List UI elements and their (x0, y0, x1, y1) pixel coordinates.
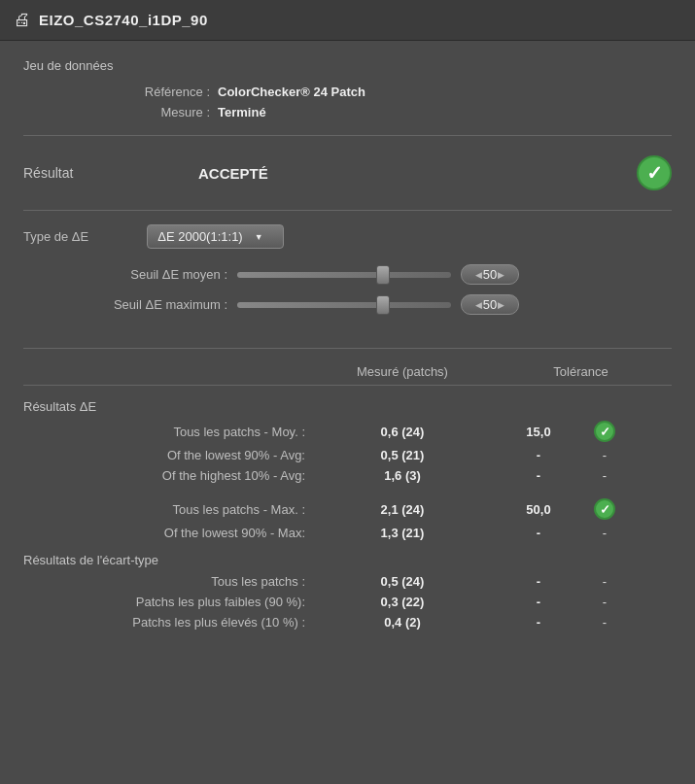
ecart-group-label: Résultats de l'écart-type (23, 543, 672, 571)
delta-e-dropdown-value: ΔE 2000(1:1:1) (157, 229, 242, 244)
jeu-de-donnees-label: Jeu de données (23, 58, 672, 73)
row-measured-2: 1,6 (3) (315, 468, 490, 483)
row-icon-1: - (587, 448, 622, 462)
mean-right-arrow: ▶ (498, 270, 504, 280)
ecart-row-icon-2: - (587, 615, 622, 630)
row-label-4: Of the lowest 90% - Max: (23, 526, 315, 540)
th-tolerance: Tolérance (490, 364, 672, 379)
mean-left-arrow: ◀ (475, 270, 482, 280)
max-slider-label: Seuil ΔE maximum : (23, 297, 237, 312)
table-row: Patchs les plus élevés (10 %) : 0,4 (2) … (23, 612, 672, 632)
ecart-row-label-0: Tous les patchs : (23, 574, 315, 589)
row-icon-3: ✓ (587, 498, 622, 520)
divider-3 (23, 348, 672, 349)
mean-slider-row: Seuil ΔE moyen : ◀ 50 ▶ (23, 264, 672, 285)
ecart-row-label-1: Patchs les plus faibles (90 %): (23, 595, 315, 609)
row-tolerance-0: 15,0 (490, 425, 587, 439)
ecart-row-tolerance-2: - (490, 615, 587, 630)
max-slider-thumb[interactable] (376, 295, 390, 315)
ecart-row-measured-1: 0,3 (22) (315, 595, 490, 609)
max-slider-value: ◀ 50 ▶ (461, 294, 519, 315)
row-tolerance-3: 50,0 (490, 502, 587, 517)
row-measured-4: 1,3 (21) (315, 526, 490, 540)
delta-e-dropdown[interactable]: ΔE 2000(1:1:1) (147, 224, 283, 249)
table-row: Tous les patchs - Moy. : 0,6 (24) 15,0 ✓ (23, 418, 672, 445)
delta-e-label: Type de ΔE (23, 229, 88, 244)
row-measured-0: 0,6 (24) (315, 425, 490, 439)
max-slider-track[interactable] (237, 302, 451, 308)
mean-slider-track[interactable] (237, 272, 451, 278)
mean-slider-thumb[interactable] (376, 265, 390, 285)
ecart-row-tolerance-1: - (490, 595, 587, 609)
mesure-label: Mesure : (23, 105, 218, 119)
row-tolerance-2: - (490, 468, 587, 483)
reference-label: Référence : (23, 85, 218, 99)
results-table: Mesuré (patchs) Tolérance Résultats ΔE T… (23, 364, 672, 632)
divider-1 (23, 135, 672, 136)
ecart-row-tolerance-0: - (490, 574, 587, 589)
row-tolerance-4: - (490, 526, 587, 540)
check-icon-0: ✓ (594, 421, 615, 442)
table-header: Mesuré (patchs) Tolérance (23, 364, 672, 386)
row-label-2: Of the highest 10% - Avg: (23, 468, 315, 483)
jeu-de-donnees-section: Jeu de données Référence : ColorChecker®… (23, 58, 672, 119)
row-tolerance-1: - (490, 448, 587, 462)
table-row: Of the highest 10% - Avg: 1,6 (3) - - (23, 465, 672, 486)
table-row: Tous les patchs - Max. : 2,1 (24) 50,0 ✓ (23, 495, 672, 523)
result-value: ACCEPTÉ (179, 165, 637, 182)
mean-slider-value: ◀ 50 ▶ (461, 264, 519, 285)
window-icon: 🖨 (14, 10, 31, 30)
row-spacer-1 (23, 486, 672, 495)
table-row: Of the lowest 90% - Max: 1,3 (21) - - (23, 523, 672, 543)
window-title: EIZO_CS2740_i1DP_90 (39, 12, 208, 28)
ecart-row-icon-0: - (587, 574, 622, 589)
mean-value-text: 50 (483, 267, 497, 282)
row-label-1: Of the lowest 90% - Avg: (23, 448, 315, 462)
row-measured-1: 0,5 (21) (315, 448, 490, 462)
ecart-row-measured-2: 0,4 (2) (315, 615, 490, 630)
max-value-text: 50 (483, 297, 497, 312)
delta-e-row: Type de ΔE ΔE 2000(1:1:1) (23, 224, 672, 249)
table-row: Patchs les plus faibles (90 %): 0,3 (22)… (23, 592, 672, 612)
ecart-row-icon-1: - (587, 595, 622, 609)
divider-2 (23, 210, 672, 211)
reference-value: ColorChecker® 24 Patch (218, 85, 365, 99)
table-row: Tous les patchs : 0,5 (24) - - (23, 571, 672, 592)
row-icon-2: - (587, 468, 622, 483)
result-label: Résultat (23, 165, 179, 181)
mesure-value: Terminé (218, 105, 266, 119)
result-row: Résultat ACCEPTÉ ✓ (23, 150, 672, 196)
reference-row: Référence : ColorChecker® 24 Patch (23, 85, 672, 99)
row-label-0: Tous les patchs - Moy. : (23, 425, 315, 439)
content-area: Jeu de données Référence : ColorChecker®… (0, 41, 695, 650)
ecart-row-label-2: Patchs les plus élevés (10 %) : (23, 615, 315, 630)
title-bar: 🖨 EIZO_CS2740_i1DP_90 (0, 0, 695, 41)
mean-slider-label: Seuil ΔE moyen : (23, 267, 237, 282)
row-label-3: Tous les patchs - Max. : (23, 502, 315, 517)
row-icon-0: ✓ (587, 421, 622, 442)
max-slider-row: Seuil ΔE maximum : ◀ 50 ▶ (23, 294, 672, 315)
max-right-arrow: ▶ (498, 300, 504, 310)
th-measured: Mesuré (patchs) (315, 364, 490, 379)
row-icon-4: - (587, 526, 622, 540)
max-left-arrow: ◀ (475, 300, 482, 310)
table-row: Of the lowest 90% - Avg: 0,5 (21) - - (23, 445, 672, 465)
row-measured-3: 2,1 (24) (315, 502, 490, 517)
delta-group-label: Résultats ΔE (23, 390, 672, 418)
mesure-row: Mesure : Terminé (23, 105, 672, 119)
check-icon-3: ✓ (594, 498, 615, 520)
sliders-section: Seuil ΔE moyen : ◀ 50 ▶ Seuil ΔE maximum… (23, 255, 672, 334)
ecart-row-measured-0: 0,5 (24) (315, 574, 490, 589)
main-window: 🖨 EIZO_CS2740_i1DP_90 Jeu de données Réf… (0, 0, 695, 784)
th-empty (23, 364, 315, 379)
result-check-icon: ✓ (637, 155, 672, 190)
